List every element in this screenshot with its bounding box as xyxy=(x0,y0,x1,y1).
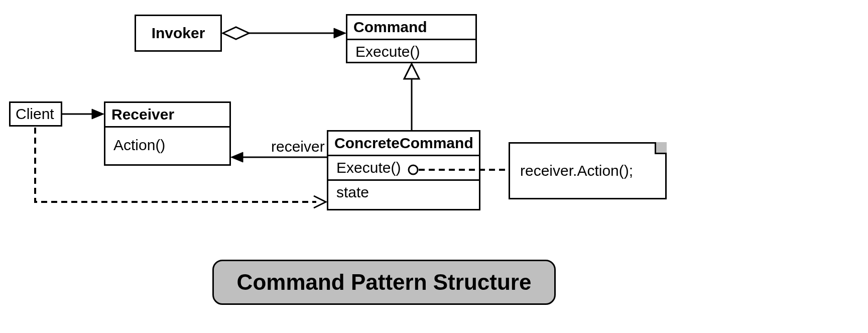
diagram-caption: Command Pattern Structure xyxy=(212,260,556,305)
note-corner-icon xyxy=(655,142,667,154)
receiver-method: Action() xyxy=(105,126,229,157)
command-title: Command xyxy=(347,16,475,39)
invoker-to-command-aggregation xyxy=(223,27,346,39)
concrete-command-state: state xyxy=(328,179,479,204)
svg-marker-6 xyxy=(404,64,419,79)
client-label: Client xyxy=(16,105,54,123)
concrete-command-title: ConcreteCommand xyxy=(328,132,479,155)
receiver-box: Receiver Action() xyxy=(104,101,231,166)
invoker-label: Invoker xyxy=(152,25,205,42)
svg-marker-1 xyxy=(92,109,104,119)
svg-marker-4 xyxy=(334,28,346,38)
invoker-box: Invoker xyxy=(135,15,222,52)
receiver-role-label: receiver xyxy=(271,138,325,155)
client-box: Client xyxy=(9,101,62,127)
concrete-command-box: ConcreteCommand Execute() state xyxy=(327,130,480,210)
concrete-to-command-generalization xyxy=(404,64,419,130)
svg-marker-2 xyxy=(223,27,249,39)
note-box: receiver.Action(); xyxy=(509,142,667,199)
note-text: receiver.Action(); xyxy=(520,162,633,179)
client-to-receiver-arrow xyxy=(62,109,104,119)
receiver-title: Receiver xyxy=(105,103,229,126)
diagram-canvas: Client Invoker Receiver Action() Command… xyxy=(0,0,868,333)
command-method: Execute() xyxy=(347,39,475,63)
command-box: Command Execute() xyxy=(346,14,477,63)
concrete-command-method: Execute() xyxy=(336,159,401,176)
svg-marker-8 xyxy=(231,152,243,162)
